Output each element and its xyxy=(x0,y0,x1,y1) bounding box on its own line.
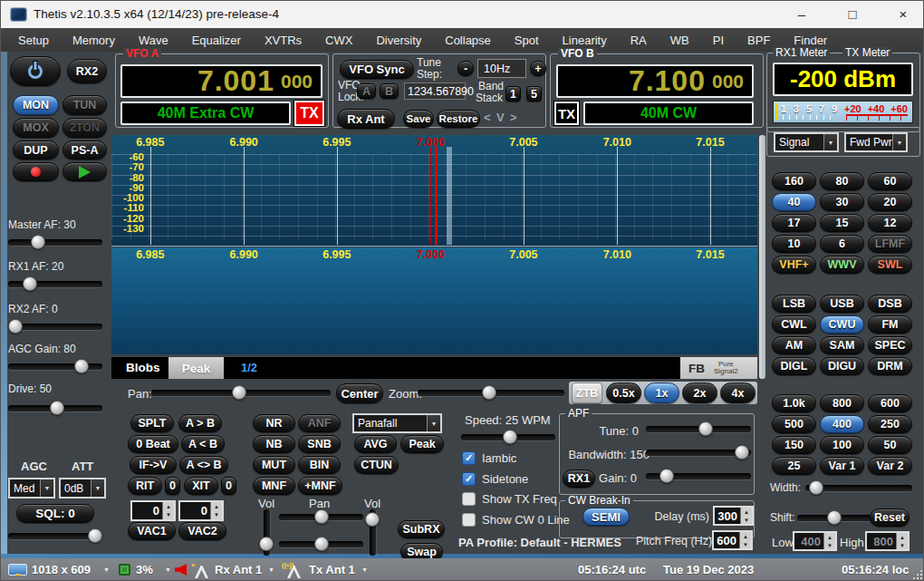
zero-beat-button[interactable]: 0 Beat xyxy=(128,435,178,453)
resize-grip[interactable] xyxy=(912,569,922,579)
checkbox-icon[interactable] xyxy=(462,451,476,465)
slider-thumb[interactable] xyxy=(314,537,329,551)
fb-button[interactable]: FB xyxy=(688,362,705,375)
slider-thumb[interactable] xyxy=(482,385,496,400)
tun-button[interactable]: TUN xyxy=(63,95,107,115)
pitch-spinner[interactable]: 600 xyxy=(712,530,753,550)
cw-checkbox[interactable]: Sidetone xyxy=(462,472,570,493)
band-button[interactable]: WWV xyxy=(820,256,864,274)
rx1-volume-slider[interactable] xyxy=(259,509,274,556)
slider-thumb[interactable] xyxy=(827,510,842,525)
menu-item[interactable]: Memory xyxy=(61,28,127,52)
slider-thumb[interactable] xyxy=(23,276,37,291)
slider-thumb[interactable] xyxy=(232,385,246,400)
slider-thumb[interactable] xyxy=(735,445,749,460)
filter-button[interactable]: Var 1 xyxy=(820,457,864,475)
band-stack-5-button[interactable]: 5 xyxy=(526,86,542,102)
vfo-sync-button[interactable]: VFO Sync xyxy=(340,60,414,79)
rx1-pan-slider[interactable] xyxy=(279,509,363,524)
menu-item[interactable]: PI xyxy=(701,28,736,52)
speaker-icon[interactable] xyxy=(175,564,187,576)
cw-speed-slider[interactable] xyxy=(461,430,555,444)
menu-item[interactable]: Spot xyxy=(503,28,551,52)
nr-button[interactable]: NR xyxy=(253,414,295,432)
mute-button[interactable]: MUT xyxy=(253,456,295,474)
band-button[interactable]: 6 xyxy=(820,235,864,253)
vfo-b-frequency-display[interactable]: 7.100000 xyxy=(556,64,754,98)
mode-button[interactable]: SAM xyxy=(820,336,864,354)
slider-thumb[interactable] xyxy=(365,512,380,527)
slider-thumb[interactable] xyxy=(698,421,713,436)
band-button[interactable]: 17 xyxy=(772,214,816,232)
band-button[interactable]: 40 xyxy=(772,193,816,211)
xit-button[interactable]: XIT xyxy=(184,477,218,495)
band-v-button[interactable]: V xyxy=(496,111,505,124)
vac1-button[interactable]: VAC1 xyxy=(128,522,176,540)
anf-button[interactable]: ANF xyxy=(298,414,341,432)
mode-button[interactable]: DIGU xyxy=(820,357,864,375)
apf-gain-slider[interactable] xyxy=(646,469,751,483)
chevron-down-icon[interactable]: ▼ xyxy=(165,566,171,573)
spectrum-scrollbar[interactable] xyxy=(759,135,765,379)
width-slider[interactable] xyxy=(805,480,912,495)
rx1-af-slider[interactable] xyxy=(8,276,102,291)
filter-button[interactable]: 800 xyxy=(820,394,864,412)
play-button[interactable] xyxy=(63,162,107,181)
menu-item[interactable]: WB xyxy=(659,28,701,52)
zoom-slider[interactable] xyxy=(418,385,564,400)
dropdown-arrow-icon[interactable] xyxy=(40,479,53,497)
xit-spinner[interactable]: 0 xyxy=(178,500,224,521)
add-mnf-button[interactable]: +MNF xyxy=(298,477,342,495)
band-button[interactable]: 20 xyxy=(868,193,912,211)
tx-meter-mode-select[interactable]: Fwd Pwr xyxy=(844,132,908,152)
mode-button[interactable]: SPEC xyxy=(868,336,912,354)
filter-button[interactable]: 150 xyxy=(772,436,816,454)
rx-meter-mode-select[interactable]: Signal xyxy=(774,132,839,152)
mode-button[interactable]: CWU xyxy=(820,315,864,334)
chevron-down-icon[interactable]: ▼ xyxy=(268,566,274,573)
snb-button[interactable]: SNB xyxy=(298,435,341,453)
band-button[interactable]: SWL xyxy=(868,256,912,274)
apf-bandwidth-slider[interactable] xyxy=(646,445,751,460)
band-button[interactable]: 80 xyxy=(820,172,864,190)
checkbox-icon[interactable] xyxy=(462,513,476,527)
band-button[interactable]: 160 xyxy=(772,172,816,190)
drive-slider[interactable] xyxy=(8,401,102,415)
filter-button[interactable]: 600 xyxy=(868,394,912,412)
agc-select[interactable]: Med xyxy=(8,478,55,499)
if-to-vfo-button[interactable]: IF->V xyxy=(130,456,177,474)
dup-button[interactable]: DUP xyxy=(13,140,59,160)
shift-reset-button[interactable]: Reset xyxy=(870,508,910,527)
rit-zero-button[interactable]: 0 xyxy=(165,477,180,495)
tune-step-minus-button[interactable]: - xyxy=(457,61,474,76)
filter-button[interactable]: 250 xyxy=(868,415,912,433)
band-button[interactable]: LFMF xyxy=(868,235,912,253)
minimize-button[interactable]: – xyxy=(782,1,822,27)
menu-item[interactable]: RA xyxy=(619,28,659,52)
chevron-down-icon[interactable]: ▼ xyxy=(103,566,110,573)
slider-thumb[interactable] xyxy=(8,319,23,334)
checkbox-icon[interactable] xyxy=(462,472,476,486)
b-to-a-button[interactable]: A < B xyxy=(181,435,225,453)
delay-spinner[interactable]: 300 xyxy=(713,506,754,526)
a-to-b-button[interactable]: A > B xyxy=(178,414,222,432)
menu-item[interactable]: Collapse xyxy=(433,28,503,52)
band-button[interactable]: 60 xyxy=(868,172,912,190)
rit-spinner[interactable]: 0 xyxy=(130,500,176,521)
sql-button[interactable]: SQL: 0 xyxy=(16,504,94,523)
dropdown-arrow-icon[interactable] xyxy=(427,415,440,431)
subrx-pan-slider[interactable] xyxy=(279,537,363,551)
frequency-entry-field[interactable]: 1234.567890 xyxy=(404,82,466,100)
panadapter[interactable]: 6.9856.9906.9957.0007.0057.0107.015 6.98… xyxy=(111,135,757,247)
mode-button[interactable]: CWL xyxy=(772,315,816,334)
mon-button[interactable]: MON xyxy=(13,95,59,115)
mode-button[interactable]: AM xyxy=(772,336,816,354)
mode-button[interactable]: DSB xyxy=(868,295,912,313)
two-tone-button[interactable]: 2TON xyxy=(63,118,107,138)
menu-item[interactable]: XVTRs xyxy=(253,28,313,52)
peak-tab[interactable]: Peak xyxy=(168,357,224,379)
bin-button[interactable]: BIN xyxy=(298,456,341,474)
filter-low-spinner[interactable]: 400 xyxy=(793,531,837,551)
apf-tune-slider[interactable] xyxy=(646,421,751,436)
zoom-factor-button[interactable]: 0.5x xyxy=(606,382,641,403)
